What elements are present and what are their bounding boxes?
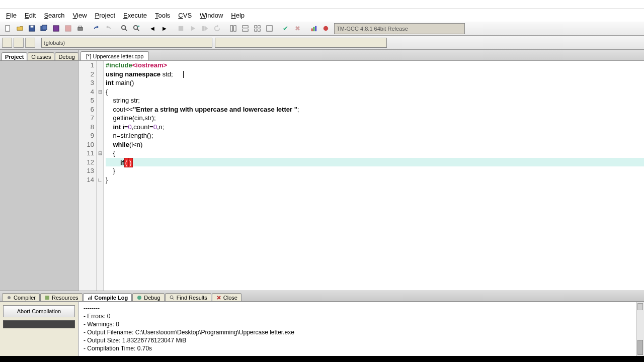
goto-icon[interactable] bbox=[2, 38, 12, 48]
svg-marker-14 bbox=[191, 26, 195, 31]
file-tab-bar: [*] Uppercase letter.cpp bbox=[78, 50, 644, 61]
svg-rect-20 bbox=[242, 29, 248, 31]
svg-rect-31 bbox=[45, 296, 49, 300]
side-tab-classes[interactable]: Classes bbox=[28, 52, 54, 60]
menu-bar: File Edit Search View Project Execute To… bbox=[0, 9, 644, 21]
redo-icon[interactable] bbox=[103, 23, 114, 34]
menu-execute[interactable]: Execute bbox=[119, 11, 151, 20]
svg-rect-21 bbox=[254, 26, 257, 28]
svg-rect-17 bbox=[230, 26, 232, 31]
tab-compiler[interactable]: Compiler bbox=[2, 293, 40, 301]
file-tab-uppercase[interactable]: [*] Uppercase letter.cpp bbox=[80, 51, 149, 60]
secondary-toolbar: (globals) bbox=[0, 36, 644, 50]
tab-resources[interactable]: Resources bbox=[40, 293, 83, 301]
side-tab-project[interactable]: Project bbox=[2, 52, 27, 60]
close-icon[interactable] bbox=[62, 23, 73, 34]
side-panel: Project Classes Debug bbox=[0, 50, 78, 291]
svg-rect-28 bbox=[315, 26, 316, 31]
bookmark-add-icon[interactable] bbox=[14, 38, 24, 48]
menu-cvs[interactable]: CVS bbox=[174, 11, 196, 20]
tab-find-results[interactable]: Find Results bbox=[165, 293, 211, 301]
editor-area: [*] Uppercase letter.cpp 123 456 789 101… bbox=[78, 50, 644, 291]
compile-controls: Abort Compilation bbox=[0, 302, 78, 356]
menu-tools[interactable]: Tools bbox=[151, 11, 174, 20]
layout4-icon[interactable] bbox=[264, 23, 275, 34]
svg-point-30 bbox=[8, 296, 11, 299]
compile-log-output[interactable]: -------- - Errors: 0 - Warnings: 0 - Out… bbox=[78, 302, 644, 356]
log-line: - Errors: 0 bbox=[84, 312, 639, 320]
layout1-icon[interactable] bbox=[227, 23, 238, 34]
save-all-icon[interactable] bbox=[38, 23, 49, 34]
log-scrollbar[interactable] bbox=[636, 302, 644, 356]
check-icon[interactable]: ✔ bbox=[280, 23, 291, 34]
side-tab-debug[interactable]: Debug bbox=[55, 52, 78, 60]
find-icon[interactable] bbox=[119, 23, 130, 34]
tab-debug[interactable]: Debug bbox=[132, 293, 164, 301]
bottom-black-bar bbox=[0, 356, 644, 362]
compile-run-icon[interactable] bbox=[199, 23, 210, 34]
current-line[interactable]: if() bbox=[106, 158, 644, 167]
save-icon[interactable] bbox=[26, 23, 37, 34]
stop-icon[interactable]: ✖ bbox=[292, 23, 303, 34]
svg-rect-27 bbox=[313, 27, 314, 31]
rebuild-icon[interactable] bbox=[211, 23, 222, 34]
svg-rect-0 bbox=[5, 26, 9, 31]
layout3-icon[interactable] bbox=[252, 23, 263, 34]
code-body[interactable]: #include<iostream> using namespace std; … bbox=[104, 61, 644, 291]
menu-help[interactable]: Help bbox=[227, 11, 249, 20]
compile-icon[interactable] bbox=[175, 23, 186, 34]
svg-marker-16 bbox=[205, 26, 208, 31]
run-icon[interactable] bbox=[187, 23, 198, 34]
functions-dropdown[interactable] bbox=[215, 38, 387, 48]
svg-line-10 bbox=[125, 29, 127, 31]
log-line: -------- bbox=[84, 304, 639, 312]
menu-project[interactable]: Project bbox=[91, 11, 119, 20]
compiler-select-text: TM-GCC 4.8.1 64bit Release bbox=[337, 26, 408, 32]
svg-rect-22 bbox=[258, 26, 260, 28]
save-as-icon[interactable] bbox=[50, 23, 61, 34]
svg-rect-15 bbox=[202, 26, 204, 31]
abort-compilation-button[interactable]: Abort Compilation bbox=[3, 305, 75, 317]
work-area: Project Classes Debug [*] Uppercase lett… bbox=[0, 50, 644, 291]
menu-edit[interactable]: Edit bbox=[21, 11, 40, 20]
svg-rect-7 bbox=[77, 28, 82, 31]
svg-rect-8 bbox=[78, 26, 82, 28]
bookmark-icon[interactable] bbox=[25, 38, 35, 48]
debug-icon[interactable] bbox=[320, 23, 331, 34]
profile-icon[interactable] bbox=[308, 23, 319, 34]
replace-icon[interactable] bbox=[131, 23, 142, 34]
log-line: - Output Size: 1.83226776123047 MiB bbox=[84, 336, 639, 344]
svg-line-37 bbox=[173, 298, 174, 300]
print-icon[interactable] bbox=[74, 23, 86, 34]
svg-rect-18 bbox=[233, 26, 236, 31]
layout2-icon[interactable] bbox=[239, 23, 251, 34]
compile-progress-bar bbox=[3, 320, 75, 328]
log-line: - Output Filename: C:\Users\ooom\Desktop… bbox=[84, 328, 639, 336]
menu-view[interactable]: View bbox=[69, 11, 91, 20]
bottom-panel: Abort Compilation -------- - Errors: 0 -… bbox=[0, 302, 644, 356]
undo-icon[interactable] bbox=[91, 23, 102, 34]
line-number-gutter: 123 456 789 101112 1314 bbox=[78, 61, 97, 291]
globals-dropdown[interactable]: (globals) bbox=[41, 38, 212, 48]
back-icon[interactable]: ◄ bbox=[147, 23, 158, 34]
compiler-select[interactable]: TM-GCC 4.8.1 64bit Release bbox=[334, 23, 465, 34]
side-tab-bar: Project Classes Debug bbox=[0, 50, 78, 61]
resources-icon bbox=[44, 295, 50, 301]
svg-rect-32 bbox=[88, 298, 89, 300]
tab-compile-log[interactable]: Compile Log bbox=[83, 293, 132, 301]
menu-search[interactable]: Search bbox=[40, 11, 68, 20]
gear-icon bbox=[6, 295, 12, 301]
svg-rect-24 bbox=[258, 29, 260, 31]
fold-gutter: ⊟ ⊟ ∟ bbox=[97, 61, 104, 291]
log-line: - Warnings: 0 bbox=[84, 320, 639, 328]
svg-rect-5 bbox=[53, 26, 58, 31]
new-file-icon[interactable] bbox=[2, 23, 13, 34]
menu-file[interactable]: File bbox=[2, 11, 21, 20]
open-icon[interactable] bbox=[14, 23, 25, 34]
forward-icon[interactable]: ► bbox=[159, 23, 170, 34]
svg-rect-19 bbox=[242, 26, 248, 28]
tab-close[interactable]: Close bbox=[212, 293, 242, 301]
svg-rect-26 bbox=[311, 29, 312, 32]
menu-window[interactable]: Window bbox=[196, 11, 227, 20]
code-editor[interactable]: 123 456 789 101112 1314 ⊟ ⊟ ∟ #include<i… bbox=[78, 61, 644, 291]
